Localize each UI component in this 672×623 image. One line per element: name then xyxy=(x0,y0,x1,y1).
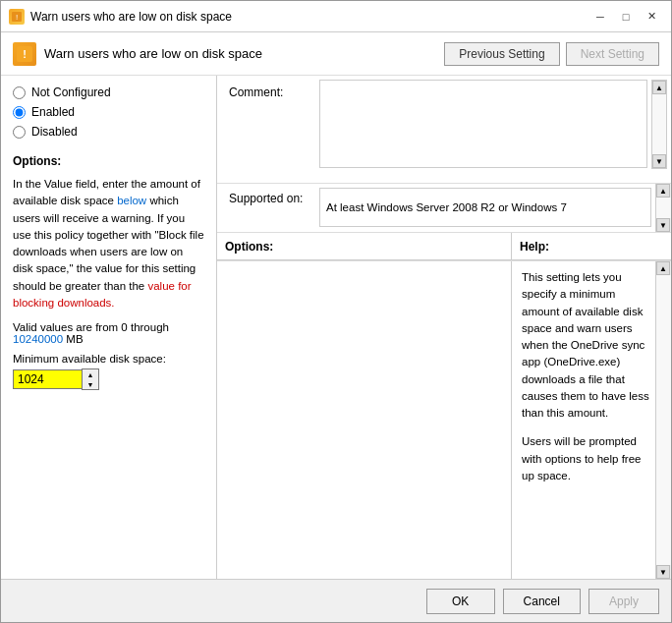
next-setting-button[interactable]: Next Setting xyxy=(566,42,659,66)
valid-max: 10240000 xyxy=(13,333,63,345)
comment-label: Comment: xyxy=(217,76,315,183)
minimize-button[interactable]: ─ xyxy=(588,7,612,27)
header-buttons: Previous Setting Next Setting xyxy=(444,42,659,66)
spinner-controls: ▲ ▼ xyxy=(82,368,99,390)
header-row: ! Warn users who are low on disk space P… xyxy=(1,32,671,76)
scroll-up-arrow[interactable]: ▲ xyxy=(652,81,666,94)
apply-button[interactable]: Apply xyxy=(588,589,659,614)
disk-space-spinner: ▲ ▼ xyxy=(13,368,101,390)
below-text: below xyxy=(117,195,146,206)
title-controls: ─ □ ✕ xyxy=(588,7,663,27)
comment-scrollbar: ▲ ▼ xyxy=(651,80,667,169)
options-description: In the Value field, enter the amount of … xyxy=(13,176,204,312)
comment-row: Comment: ▲ ▼ xyxy=(217,76,671,184)
help-panel-header: Help: xyxy=(512,233,671,260)
not-configured-radio[interactable]: Not Configured xyxy=(13,85,204,99)
help-scroll-up[interactable]: ▲ xyxy=(656,261,670,275)
radio-group: Not Configured Enabled Disabled xyxy=(13,85,204,139)
help-paragraph-1: This setting lets you specify a minimum … xyxy=(522,269,651,422)
blocking-text: value for blocking downloads. xyxy=(13,280,192,309)
footer: OK Cancel Apply xyxy=(1,579,671,622)
scroll-down-arrow[interactable]: ▼ xyxy=(652,154,666,168)
header-title: Warn users who are low on disk space xyxy=(44,46,262,61)
previous-setting-button[interactable]: Previous Setting xyxy=(444,42,559,66)
left-panel: Not Configured Enabled Disabled Options:… xyxy=(1,76,217,579)
comment-textarea-col: ▲ ▼ xyxy=(315,76,671,183)
spin-up-button[interactable]: ▲ xyxy=(83,369,98,379)
options-label: Options: xyxy=(13,154,204,168)
options-panel-header: Options: xyxy=(217,233,512,260)
title-bar: ! Warn users who are low on disk space ─… xyxy=(1,1,671,32)
supported-scroll-down[interactable]: ▼ xyxy=(656,218,670,232)
supported-scrollbar: ▲ ▼ xyxy=(655,184,671,232)
help-panel: This setting lets you specify a minimum … xyxy=(512,261,671,579)
dialog-window: ! Warn users who are low on disk space ─… xyxy=(0,0,672,623)
help-paragraph-2: Users will be prompted with options to h… xyxy=(522,433,651,484)
maximize-button[interactable]: □ xyxy=(614,7,638,27)
supported-on-label: Supported on: xyxy=(217,184,315,232)
scroll-track xyxy=(652,94,666,154)
ok-button[interactable]: OK xyxy=(426,589,495,614)
disabled-radio[interactable]: Disabled xyxy=(13,125,204,139)
spin-down-button[interactable]: ▼ xyxy=(83,379,98,389)
panels-row: This setting lets you specify a minimum … xyxy=(217,260,671,579)
window-title: Warn users who are low on disk space xyxy=(30,10,232,24)
comment-textarea[interactable] xyxy=(319,80,647,168)
supported-on-row: Supported on: At least Windows Server 20… xyxy=(217,184,671,233)
supported-scroll-track xyxy=(656,198,671,218)
window-icon: ! xyxy=(9,9,25,25)
content-area: Not Configured Enabled Disabled Options:… xyxy=(1,76,671,579)
panel-headers: Options: Help: xyxy=(217,233,671,260)
svg-text:!: ! xyxy=(16,13,18,22)
header-policy-icon: ! xyxy=(13,42,36,66)
help-scrollbar: ▲ ▼ xyxy=(655,261,671,579)
enabled-radio[interactable]: Enabled xyxy=(13,105,204,119)
svg-text:!: ! xyxy=(23,48,27,60)
supported-value: At least Windows Server 2008 R2 or Windo… xyxy=(319,188,651,227)
help-content: This setting lets you specify a minimum … xyxy=(512,261,671,579)
help-scroll-down[interactable]: ▼ xyxy=(656,565,670,579)
valid-values: Valid values are from 0 through 10240000… xyxy=(13,321,204,345)
options-panel xyxy=(217,261,512,579)
right-panel: Comment: ▲ ▼ Supported on: At least Wind… xyxy=(217,76,671,579)
title-bar-left: ! Warn users who are low on disk space xyxy=(9,9,232,25)
header-left: ! Warn users who are low on disk space xyxy=(13,42,262,66)
help-scroll-track xyxy=(656,275,671,565)
supported-scroll-up[interactable]: ▲ xyxy=(656,184,670,198)
close-button[interactable]: ✕ xyxy=(640,7,663,27)
supported-value-col: At least Windows Server 2008 R2 or Windo… xyxy=(315,184,655,232)
min-disk-label: Minimum available disk space: xyxy=(13,353,204,365)
disk-space-input[interactable] xyxy=(13,369,82,389)
cancel-button[interactable]: Cancel xyxy=(503,589,581,614)
